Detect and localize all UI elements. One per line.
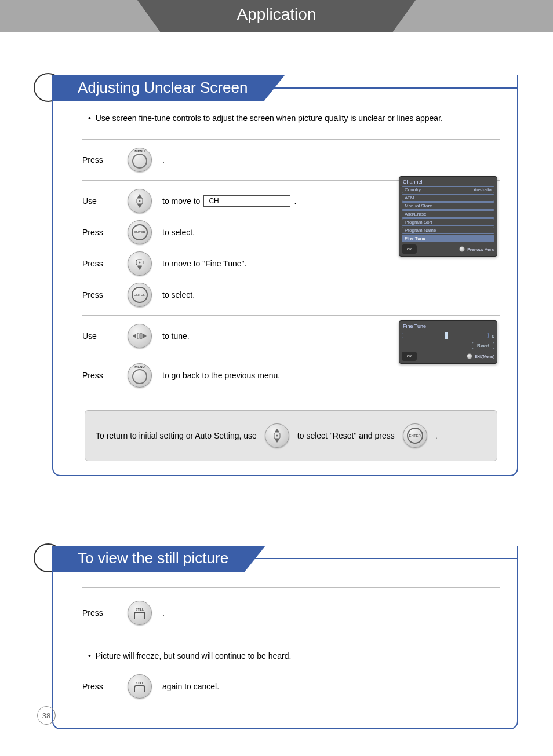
section1-hint-box: To return to initial setting or Auto Set… — [85, 410, 497, 461]
svg-marker-12 — [275, 439, 279, 443]
section2-step1: Press STILL . — [82, 587, 500, 638]
s2-step2-verb: Press — [82, 682, 117, 691]
page-header: Application — [0, 0, 553, 35]
section1-intro-text: Use screen fine-tune controls to adjust … — [96, 114, 443, 123]
step7-desc: to go back to the previous menu. — [162, 371, 280, 380]
enter-button-icon-2: ENTER — [128, 283, 152, 307]
svg-rect-10 — [140, 333, 142, 339]
step4-verb: Press — [82, 259, 117, 268]
svg-marker-7 — [133, 334, 136, 338]
menu-button-icon: MENU — [128, 148, 152, 172]
section2-header: To view the still picture — [53, 546, 517, 570]
section1-header: Adjusting Unclear Screen — [53, 75, 517, 100]
section1-title: Adjusting Unclear Screen — [52, 75, 264, 101]
dpad-up-down-icon — [128, 189, 152, 213]
section2-note: Picture will freeze, but sound will cont… — [96, 651, 292, 660]
s2-step1-verb: Press — [82, 608, 117, 618]
steps-2-5-group: Channel CountryAustralia ATM Manual Stor… — [82, 181, 500, 316]
section-still-picture: To view the still picture Press STILL . … — [52, 546, 518, 729]
hint-enter-icon: ENTER — [403, 423, 427, 448]
hint-post: . — [435, 431, 438, 440]
section1-intro: • Use screen fine-tune controls to adjus… — [88, 114, 500, 123]
section2-note-and-step2: • Picture will freeze, but sound will co… — [82, 638, 500, 714]
enter-button-icon: ENTER — [128, 220, 152, 244]
menu-button-icon-2: MENU — [128, 363, 152, 388]
step6-desc: to tune. — [162, 331, 190, 341]
step2-field-ch: CH — [203, 195, 290, 207]
hint-pre: To return to initial setting or Auto Set… — [96, 431, 257, 440]
still-button-icon: STILL — [128, 601, 152, 625]
menu-button-label-2: MENU — [134, 365, 145, 368]
step5-verb: Press — [82, 290, 117, 300]
svg-marker-6 — [137, 266, 142, 270]
still-button-label-2: STILL — [136, 681, 144, 685]
svg-point-14 — [276, 435, 278, 437]
svg-point-3 — [139, 200, 141, 202]
menu-button-label: MENU — [134, 149, 145, 153]
section2-title: To view the still picture — [52, 546, 245, 572]
still-button-label: STILL — [136, 608, 144, 611]
step2-desc: to move to CH . — [162, 195, 296, 207]
svg-rect-9 — [137, 333, 139, 339]
step2-pre: to move to — [162, 196, 200, 206]
hint-dpad-icon — [265, 423, 289, 448]
step3-desc: to select. — [162, 228, 195, 237]
header-notch: Application — [161, 0, 392, 32]
dpad-down-icon — [128, 251, 152, 276]
step1-desc: . — [162, 155, 165, 165]
page-number: 38 — [37, 706, 56, 725]
steps-6-7-group: Fine Tune 0 Reset OK Exit(Menu) Use — [82, 316, 500, 396]
step1-verb: Press — [82, 155, 117, 165]
svg-point-5 — [139, 262, 141, 264]
step6-verb: Use — [82, 331, 117, 341]
step1-group: Press MENU . — [82, 139, 500, 181]
svg-marker-8 — [143, 334, 147, 338]
svg-marker-0 — [137, 194, 142, 198]
step3-verb: Press — [82, 228, 117, 237]
step2-verb: Use — [82, 196, 117, 206]
header-title: Application — [161, 0, 392, 29]
svg-marker-1 — [137, 204, 142, 208]
section-adjusting-unclear-screen: Adjusting Unclear Screen • Use screen fi… — [52, 75, 518, 476]
s2-step2-desc: again to cancel. — [162, 682, 219, 691]
hint-mid: to select "Reset" and press — [297, 431, 395, 440]
step2-post: . — [294, 196, 296, 206]
osd-channel-title: Channel — [402, 179, 494, 185]
step7-verb: Press — [82, 371, 117, 380]
step4-desc: to move to "Fine Tune". — [162, 259, 246, 268]
svg-marker-11 — [275, 429, 279, 432]
still-button-icon-2: STILL — [128, 674, 152, 699]
step5-desc: to select. — [162, 290, 195, 300]
s2-step1-desc: . — [162, 608, 165, 618]
dpad-left-right-icon — [128, 324, 152, 348]
